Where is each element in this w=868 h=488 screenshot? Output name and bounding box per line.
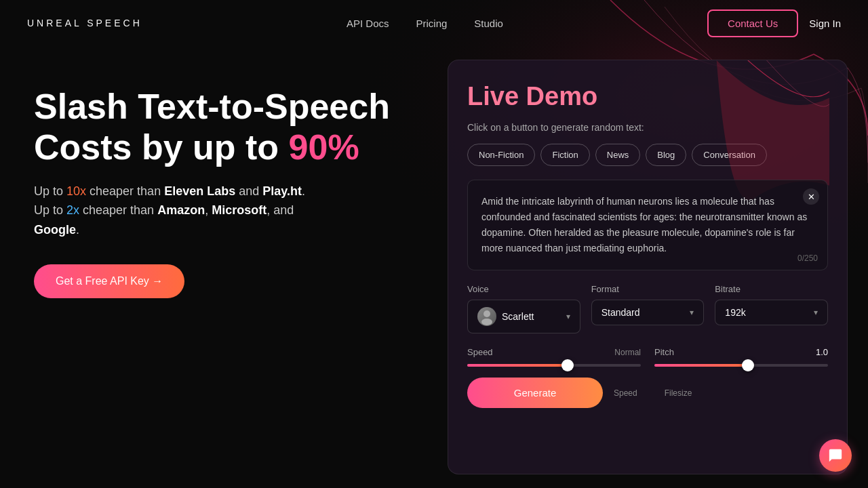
sliders-row: Speed Normal Pitch 1.0 [467, 347, 828, 367]
headline-line2-prefix: Costs by up to [34, 127, 289, 167]
voice-value: Scarlett [502, 311, 534, 322]
category-blog[interactable]: Blog [646, 144, 686, 166]
pitch-slider-group: Pitch 1.0 [654, 347, 828, 367]
subtext-play: Play.ht [262, 184, 302, 198]
speed-slider-group: Speed Normal [467, 347, 641, 367]
voice-avatar [477, 307, 496, 326]
nav-studio[interactable]: Studio [474, 18, 503, 29]
speed-info-label: Speed [614, 388, 637, 398]
speed-sublabel: Normal [614, 348, 641, 357]
nav-actions: Contact Us Sign In [707, 9, 841, 37]
nav-pricing[interactable]: Pricing [416, 18, 447, 29]
svg-point-2 [481, 319, 492, 325]
filesize-info-label: Filesize [665, 388, 692, 398]
bottom-info: Speed Filesize [614, 388, 692, 398]
navbar: UNREAL SPEECH API Docs Pricing Studio Co… [0, 0, 868, 46]
subtext-google: Google [34, 223, 76, 237]
chat-icon [828, 448, 843, 463]
pitch-slider-fill [654, 364, 748, 367]
category-buttons: Non-Fiction Fiction News Blog Conversati… [467, 144, 828, 166]
live-demo-title: Live Demo [467, 82, 828, 111]
contact-us-button[interactable]: Contact Us [707, 9, 798, 37]
speed-label: Speed [467, 347, 493, 357]
category-fiction[interactable]: Fiction [540, 144, 589, 166]
nav-api-docs[interactable]: API Docs [347, 18, 389, 29]
headline-accent: 90% [289, 127, 359, 167]
speed-slider-header: Speed Normal [467, 347, 641, 357]
subtext-amazon: Amazon [157, 203, 205, 217]
demo-panel: Live Demo Click on a button to generate … [448, 60, 848, 474]
subtext-10x: 10x [66, 184, 86, 198]
controls-row: Voice Scarlett ▾ [467, 284, 828, 333]
category-non-fiction[interactable]: Non-Fiction [467, 144, 535, 166]
subtext-prefix1: Up to [34, 184, 66, 198]
category-conversation[interactable]: Conversation [692, 144, 767, 166]
format-value: Standard [601, 307, 640, 318]
format-chevron-icon: ▾ [690, 308, 694, 317]
category-news[interactable]: News [595, 144, 641, 166]
speed-slider-fill [467, 364, 568, 367]
bitrate-chevron-icon: ▾ [814, 308, 818, 317]
chat-bubble-button[interactable] [819, 439, 852, 472]
sample-text: Amid the intricate labyrinth of human ne… [481, 194, 814, 256]
speed-slider-thumb[interactable] [561, 359, 574, 371]
speed-slider-track[interactable] [467, 364, 641, 367]
filesize-info: Filesize [665, 388, 692, 398]
bitrate-control: Bitrate 192k ▾ [715, 284, 828, 333]
voice-select[interactable]: Scarlett ▾ [467, 300, 580, 333]
hero-section: Slash Text-to-Speech Costs by up to 90% … [0, 46, 434, 488]
subtext-cheaper2: cheaper than [79, 203, 157, 217]
bitrate-label: Bitrate [715, 284, 828, 294]
demo-instruction: Click on a button to generate random tex… [467, 122, 828, 133]
format-label: Format [591, 284, 705, 294]
pitch-slider-track[interactable] [654, 364, 828, 367]
headline-line1: Slash Text-to-Speech [34, 87, 390, 126]
demo-section: Live Demo Click on a button to generate … [434, 46, 868, 488]
cta-button[interactable]: Get a Free API Key → [34, 264, 184, 298]
headline: Slash Text-to-Speech Costs by up to 90% [34, 87, 407, 168]
generate-button[interactable]: Generate [467, 378, 603, 408]
format-select[interactable]: Standard ▾ [591, 300, 705, 325]
nav-links: API Docs Pricing Studio [347, 18, 503, 29]
voice-chevron-icon: ▾ [566, 312, 570, 321]
speed-info: Speed [614, 388, 637, 398]
voice-select-inner: Scarlett [477, 307, 534, 326]
subtext-2x: 2x [66, 203, 79, 217]
text-display-area: Amid the intricate labyrinth of human ne… [467, 180, 828, 270]
svg-point-1 [484, 310, 490, 317]
subtext-prefix2: Up to [34, 203, 66, 217]
voice-control: Voice Scarlett ▾ [467, 284, 580, 333]
char-count: 0/250 [797, 253, 818, 263]
sign-in-button[interactable]: Sign In [809, 18, 841, 29]
close-text-button[interactable]: ✕ [803, 188, 819, 205]
voice-label: Voice [467, 284, 580, 294]
subtext-and: and [235, 184, 262, 198]
bitrate-select[interactable]: 192k ▾ [715, 300, 828, 325]
pitch-label: Pitch [654, 347, 674, 357]
bottom-row: Generate Speed Filesize [467, 378, 828, 408]
subtext-cheaper: cheaper than [86, 184, 164, 198]
pitch-slider-header: Pitch 1.0 [654, 347, 828, 357]
main-content: Slash Text-to-Speech Costs by up to 90% … [0, 46, 868, 488]
bitrate-value: 192k [725, 307, 745, 318]
subtext-microsoft: Microsoft [208, 203, 267, 217]
subtext-eleven: Eleven Labs [164, 184, 235, 198]
pitch-slider-thumb[interactable] [742, 359, 754, 371]
subtext: Up to 10x cheaper than Eleven Labs and P… [34, 182, 407, 240]
brand-logo: UNREAL SPEECH [27, 18, 142, 28]
pitch-value: 1.0 [816, 347, 828, 357]
format-control: Format Standard ▾ [591, 284, 705, 333]
